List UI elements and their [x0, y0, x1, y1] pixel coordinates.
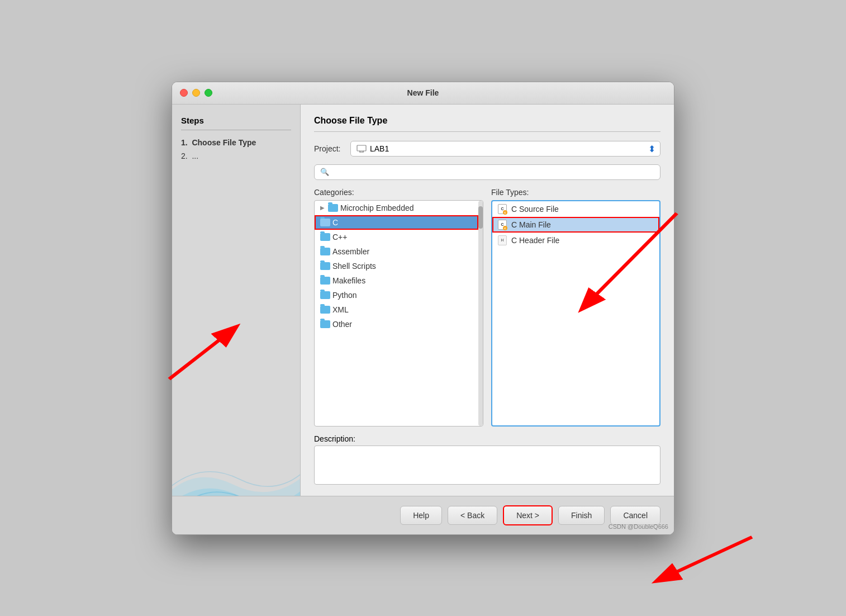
help-button[interactable]: Help	[400, 506, 442, 525]
finish-button[interactable]: Finish	[558, 506, 605, 525]
monitor-icon	[357, 145, 367, 153]
folder-icon	[320, 219, 330, 226]
filetype-label: C Main File	[511, 220, 551, 229]
svg-rect-0	[357, 145, 366, 151]
content-area: Steps 1. Choose File Type 2. ...	[172, 105, 674, 496]
category-label: Python	[332, 291, 357, 300]
window-title: New File	[407, 88, 439, 97]
step-1: 1. Choose File Type	[181, 136, 291, 149]
folder-icon	[328, 204, 338, 212]
category-label: XML	[332, 305, 349, 314]
project-label: Project:	[314, 144, 345, 153]
steps-list: 1. Choose File Type 2. ...	[181, 136, 291, 163]
filetypes-list[interactable]: C c C Source File C c C Main File	[491, 200, 660, 427]
chevron-icon: ⬍	[648, 143, 655, 154]
cancel-button[interactable]: Cancel	[610, 506, 660, 525]
category-label: Microchip Embedded	[340, 203, 414, 212]
category-makefiles[interactable]: Makefiles	[315, 273, 478, 288]
filetypes-label: File Types:	[491, 188, 660, 197]
folder-icon	[320, 233, 330, 241]
categories-list[interactable]: ▶ Microchip Embedded C	[314, 200, 483, 427]
description-box	[314, 446, 660, 485]
categories-items: ▶ Microchip Embedded C	[315, 201, 478, 426]
description-section: Description:	[314, 434, 660, 485]
category-label: Makefiles	[332, 276, 365, 285]
minimize-button[interactable]	[192, 89, 200, 97]
folder-icon	[320, 320, 330, 328]
category-c[interactable]: C	[315, 215, 478, 230]
sidebar-title: Steps	[181, 116, 291, 130]
category-microchip[interactable]: ▶ Microchip Embedded	[315, 201, 478, 215]
category-label: Shell Scripts	[332, 262, 376, 271]
category-label: Assembler	[332, 247, 369, 256]
categories-label: Categories:	[314, 188, 483, 197]
footer: Help < Back Next > Finish Cancel CSDN @D…	[172, 496, 674, 534]
folder-icon	[320, 306, 330, 314]
titlebar: New File	[172, 82, 674, 105]
filetype-label: C Source File	[511, 205, 559, 214]
filetypes-section: File Types: C c C Source File	[491, 188, 660, 427]
c-source-icon: C c	[498, 204, 507, 214]
project-row: Project: LAB1 ⬍	[314, 141, 660, 157]
scroll-thumb	[478, 206, 483, 229]
back-button[interactable]: < Back	[448, 506, 497, 525]
description-label: Description:	[314, 434, 660, 443]
folder-icon	[320, 277, 330, 285]
category-label: C	[332, 218, 338, 227]
folder-icon	[320, 248, 330, 255]
filetype-c-header[interactable]: H C Header File	[492, 233, 659, 248]
category-xml[interactable]: XML	[315, 302, 478, 317]
c-main-icon: C c	[498, 220, 507, 230]
traffic-lights	[180, 89, 212, 97]
category-other[interactable]: Other	[315, 317, 478, 331]
file-badge: c	[503, 226, 507, 230]
c-header-icon: H	[498, 235, 507, 245]
file-badge: c	[503, 210, 507, 215]
sidebar-decoration	[172, 384, 300, 496]
category-shell[interactable]: Shell Scripts	[315, 259, 478, 273]
category-python[interactable]: Python	[315, 288, 478, 302]
search-icon: 🔍	[320, 168, 329, 176]
dialog-window: New File Steps 1. Choose File Type 2. ..…	[172, 82, 674, 535]
category-label: C++	[332, 233, 347, 241]
next-button[interactable]: Next >	[503, 505, 553, 525]
main-panel: Choose File Type Project: LAB1 ⬍	[301, 105, 674, 496]
search-input[interactable]	[332, 168, 654, 177]
search-box[interactable]: 🔍	[314, 164, 660, 180]
two-columns: Categories: ▶ Microchip Embedded	[314, 188, 660, 427]
filetype-c-main[interactable]: C c C Main File	[492, 217, 659, 233]
panel-title: Choose File Type	[314, 116, 660, 132]
scrollbar[interactable]	[478, 201, 483, 426]
chevron-right-icon: ▶	[320, 205, 325, 211]
step-2: 2. ...	[181, 149, 291, 163]
category-cpp[interactable]: C++	[315, 230, 478, 244]
project-select[interactable]: LAB1 ⬍	[350, 141, 660, 157]
maximize-button[interactable]	[205, 89, 212, 97]
folder-icon	[320, 291, 330, 299]
sidebar: Steps 1. Choose File Type 2. ...	[172, 105, 301, 496]
close-button[interactable]	[180, 89, 188, 97]
category-label: Other	[332, 320, 352, 329]
project-value: LAB1	[370, 144, 389, 153]
filetype-c-source[interactable]: C c C Source File	[492, 201, 659, 217]
categories-section: Categories: ▶ Microchip Embedded	[314, 188, 483, 427]
folder-icon	[320, 262, 330, 270]
category-assembler[interactable]: Assembler	[315, 244, 478, 259]
filetype-label: C Header File	[511, 236, 559, 245]
watermark: CSDN @DoubleQ666	[609, 523, 668, 530]
